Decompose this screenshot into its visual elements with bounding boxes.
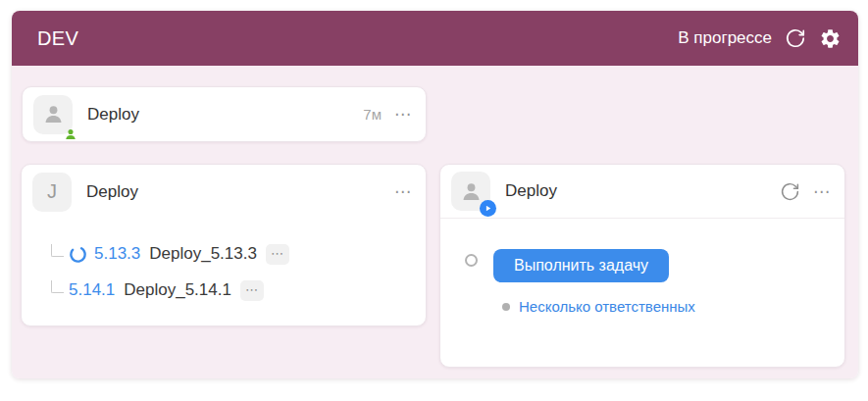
more-icon[interactable]: ⋯ — [240, 280, 264, 301]
avatar-letter: J — [47, 180, 57, 203]
spinner-icon — [69, 245, 87, 264]
board-body: Deploy 7м ⋯ J Deploy ⋯ — [12, 66, 858, 378]
person-icon — [458, 178, 485, 205]
avatar — [451, 172, 490, 211]
person-icon — [40, 101, 67, 127]
card-head: Deploy ⋯ — [440, 165, 844, 219]
refresh-icon[interactable] — [785, 27, 806, 49]
card-title: Deploy — [86, 182, 138, 202]
avatar — [33, 95, 73, 134]
person-green-badge-icon — [63, 126, 78, 142]
gear-icon[interactable] — [819, 27, 842, 50]
page: DEV В прогрессе — [0, 0, 868, 401]
card-deploy-action: Deploy ⋯ Выполнить задачу Несколько о — [439, 164, 845, 368]
more-icon[interactable]: ⋯ — [266, 244, 289, 265]
dev-board: DEV В прогрессе — [12, 11, 858, 378]
avatar: J — [32, 173, 72, 212]
more-icon[interactable]: ⋯ — [813, 183, 831, 200]
tree-branch-icon — [51, 244, 64, 257]
card-deploy-pending: Deploy 7м ⋯ — [22, 86, 427, 142]
more-icon[interactable]: ⋯ — [394, 106, 412, 123]
card-head: J Deploy ⋯ — [22, 165, 426, 219]
board-header: DEV В прогрессе — [12, 11, 858, 66]
multiple-assignees-link[interactable]: Несколько ответственных — [519, 298, 695, 315]
status-circle-icon — [465, 254, 478, 267]
version-link[interactable]: 5.14.1 — [69, 280, 115, 300]
header-actions: В прогрессе — [678, 27, 842, 50]
tree-branch-icon — [51, 280, 64, 293]
deploy-name: Deploy_5.13.3 — [149, 244, 257, 264]
card-title: Deploy — [505, 181, 557, 201]
card-deploy-tree: J Deploy ⋯ 5.13.3 — [21, 164, 427, 326]
deploy-version-list: 5.13.3 Deploy_5.13.3 ⋯ 5.14.1 Deploy_5.1… — [22, 243, 426, 301]
status-badge[interactable]: В прогрессе — [678, 28, 772, 48]
card-head: Deploy 7м ⋯ — [23, 87, 426, 141]
more-icon[interactable]: ⋯ — [394, 183, 412, 200]
card-head-right: 7м ⋯ — [363, 106, 412, 123]
assignees-row: Несколько ответственных — [502, 298, 695, 315]
execute-task-button[interactable]: Выполнить задачу — [493, 249, 669, 282]
card-title: Deploy — [87, 105, 139, 125]
card-head-right: ⋯ — [780, 181, 831, 202]
board-title: DEV — [37, 27, 78, 50]
time-label: 7м — [363, 106, 382, 123]
list-item: 5.13.3 Deploy_5.13.3 ⋯ — [51, 243, 426, 265]
bullet-dot-icon — [502, 303, 510, 311]
refresh-icon[interactable] — [780, 181, 800, 202]
card-head-right: ⋯ — [394, 183, 412, 200]
deploy-name: Deploy_5.14.1 — [124, 280, 231, 300]
list-item: 5.14.1 Deploy_5.14.1 ⋯ — [51, 279, 426, 301]
play-badge-icon — [480, 200, 496, 217]
version-link[interactable]: 5.13.3 — [94, 244, 140, 264]
